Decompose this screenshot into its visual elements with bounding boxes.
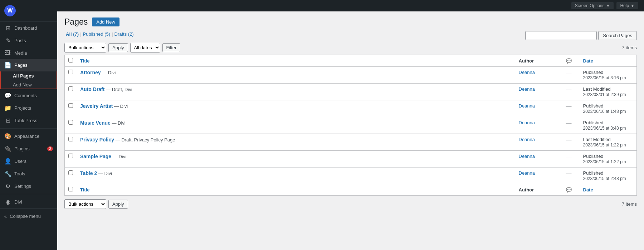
row-checkbox-cell [65, 168, 77, 184]
sidebar-item-label: Divi [14, 199, 22, 205]
row-date-status: Published [583, 70, 604, 75]
search-pages-button[interactable]: Search Pages [598, 31, 637, 40]
submenu-item-add-new[interactable]: Add New [0, 80, 57, 89]
date-filter-select[interactable]: All dates 2023/08 2023/06 [130, 43, 160, 52]
row-checkbox[interactable] [68, 120, 73, 125]
appearance-icon: 🎨 [4, 133, 11, 140]
screen-options-chevron: ▼ [606, 3, 610, 8]
row-author-cell: Deanna [515, 117, 558, 134]
row-author-link[interactable]: Deanna [519, 103, 535, 109]
filter-all[interactable]: All (7) [64, 31, 80, 37]
items-count-bottom: 7 items [622, 201, 637, 207]
help-button[interactable]: Help ▼ [616, 2, 638, 9]
col-header-comments: 💬 [558, 55, 580, 67]
apply-button-top[interactable]: Apply [108, 43, 128, 52]
screen-options-button[interactable]: Screen Options ▼ [571, 2, 614, 9]
plugins-badge: 3 [47, 146, 53, 151]
bulk-actions-select-top[interactable]: Bulk actions Edit Move to Trash [64, 43, 106, 52]
collapse-menu-button[interactable]: « Collapse menu [4, 211, 53, 221]
row-checkbox[interactable] [68, 103, 73, 108]
table-row: Sample Page — Divi Edit | Quick Edit | T… [65, 151, 637, 168]
select-all-checkbox-bottom[interactable] [68, 187, 73, 191]
sidebar-divider-2 [0, 194, 57, 194]
comment-column-icon-footer: 💬 [566, 187, 572, 192]
sidebar-item-dashboard[interactable]: ⊞ Dashboard [0, 22, 57, 34]
apply-button-bottom[interactable]: Apply [108, 200, 128, 209]
row-title-link[interactable]: Sample Page [80, 154, 111, 159]
filter-left: Bulk actions Edit Move to Trash Apply Al… [64, 43, 180, 52]
row-comments-cell: — [558, 168, 580, 184]
row-checkbox[interactable] [68, 170, 73, 175]
bulk-actions-select-bottom[interactable]: Bulk actions Edit Move to Trash [64, 199, 106, 209]
row-checkbox-cell [65, 67, 77, 84]
table-body: Attorney — Divi Edit | Quick Edit | Tras… [65, 67, 637, 184]
table-header-row: Title Author 💬 Date [65, 55, 637, 67]
page-title: Pages [64, 17, 88, 27]
sidebar-item-users[interactable]: 👤 Users [0, 155, 57, 168]
row-date-status: Published [583, 120, 604, 125]
table-row: Privacy Policy — Draft, Privacy Policy P… [65, 134, 637, 151]
row-title-meta: — Draft, Privacy Policy Page [116, 137, 175, 142]
sidebar-logo: W [0, 0, 57, 22]
row-title-link[interactable]: Table 2 [80, 170, 97, 176]
filter-published[interactable]: Published (5) [82, 31, 112, 37]
row-author-link[interactable]: Deanna [519, 120, 535, 125]
row-author-link[interactable]: Deanna [519, 70, 535, 75]
col-header-date[interactable]: Date [580, 55, 637, 67]
col-header-author: Author [515, 55, 558, 67]
projects-icon: 📁 [4, 105, 11, 111]
row-author-link[interactable]: Deanna [519, 86, 535, 92]
table-row: Attorney — Divi Edit | Quick Edit | Tras… [65, 67, 637, 84]
sidebar-item-appearance[interactable]: 🎨 Appearance [0, 130, 57, 142]
add-new-button[interactable]: Add New [92, 18, 119, 26]
posts-icon: ✎ [4, 37, 11, 44]
row-title-link[interactable]: Privacy Policy [80, 137, 114, 142]
sidebar-item-tablepress[interactable]: ⊟ TablePress [0, 114, 57, 127]
row-title-meta: — Divi [102, 70, 116, 75]
sidebar-item-settings[interactable]: ⚙ Settings [0, 180, 57, 192]
filter-drafts[interactable]: Drafts (2) [113, 31, 135, 37]
row-title-link[interactable]: Auto Draft [80, 86, 104, 92]
page-header: Pages Add New [64, 17, 637, 27]
row-title-link[interactable]: Attorney [80, 70, 101, 75]
row-checkbox[interactable] [68, 70, 73, 74]
row-checkbox[interactable] [68, 137, 73, 141]
comments-icon: 💬 [4, 92, 11, 99]
sidebar-divider [0, 128, 57, 129]
comment-column-icon: 💬 [566, 58, 572, 64]
sidebar-item-comments[interactable]: 💬 Comments [0, 89, 57, 102]
sidebar-item-divi[interactable]: ◉ Divi [0, 196, 57, 208]
row-date-status: Published [583, 170, 604, 176]
sidebar-item-posts[interactable]: ✎ Posts [0, 34, 57, 47]
sidebar-item-pages[interactable]: 📄 Pages [0, 59, 57, 71]
row-checkbox[interactable] [68, 86, 73, 91]
submenu-item-all-pages[interactable]: All Pages [0, 71, 57, 80]
sidebar-item-label: Dashboard [14, 25, 37, 31]
col-footer-date[interactable]: Date [580, 184, 637, 196]
row-title-link[interactable]: Jewelry Artist [80, 103, 113, 109]
row-date-value: 2023/06/15 at 2:48 pm [583, 176, 626, 181]
row-author-link[interactable]: Deanna [519, 154, 535, 159]
sidebar-item-label: Settings [14, 184, 31, 189]
sidebar-item-tools[interactable]: 🔧 Tools [0, 168, 57, 180]
sidebar-item-label: Users [14, 159, 26, 164]
col-header-title[interactable]: Title [77, 55, 515, 67]
filter-button[interactable]: Filter [162, 43, 181, 52]
row-date-value: 2023/06/15 at 1:22 pm [583, 159, 626, 164]
items-count-top: 7 items [622, 45, 637, 50]
sidebar-item-media[interactable]: 🖼 Media [0, 47, 57, 59]
help-chevron: ▼ [630, 3, 635, 8]
row-author-link[interactable]: Deanna [519, 137, 535, 142]
select-all-checkbox[interactable] [68, 58, 73, 62]
row-date-value: 2023/08/01 at 2:39 pm [583, 92, 626, 97]
sidebar: W ⊞ Dashboard ✎ Posts 🖼 Media 📄 Pages Al… [0, 0, 57, 250]
row-author-link[interactable]: Deanna [519, 170, 535, 176]
row-checkbox[interactable] [68, 154, 73, 158]
col-footer-title[interactable]: Title [77, 184, 515, 196]
sidebar-item-plugins[interactable]: 🔌 Plugins 3 [0, 142, 57, 155]
collapse-label: Collapse menu [10, 214, 41, 219]
sidebar-item-label: Plugins [14, 146, 30, 151]
sidebar-item-projects[interactable]: 📁 Projects [0, 102, 57, 114]
row-title-link[interactable]: Music Venue [80, 120, 111, 126]
search-input[interactable] [525, 31, 597, 40]
